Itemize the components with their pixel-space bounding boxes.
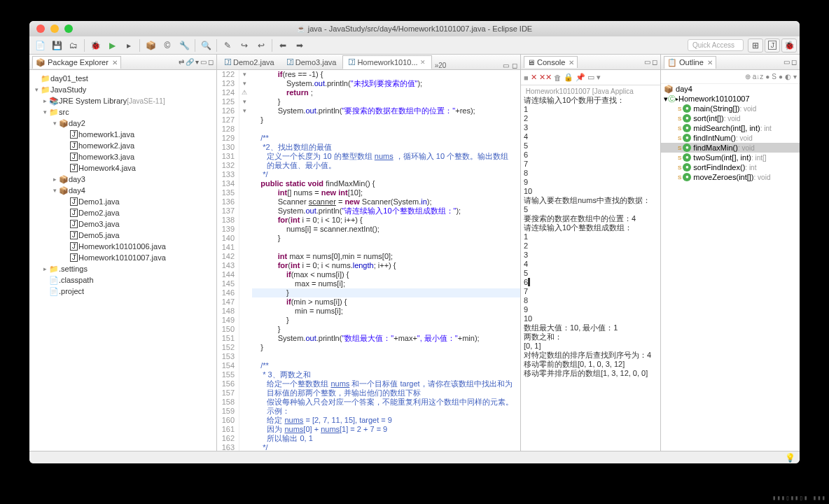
remove-launch-icon[interactable]: ✕	[531, 73, 537, 82]
open-console-icon[interactable]: ▾	[597, 73, 601, 82]
display-selected-icon[interactable]: ▭	[587, 73, 594, 82]
outline-method[interactable]: S●moveZeroes(int[]) : void	[661, 172, 800, 182]
tree-item[interactable]: ▸📁.settings	[29, 263, 216, 274]
tree-item[interactable]: ▸📚JRE System Library [JavaSE-11]	[29, 95, 216, 106]
tree-item[interactable]: ▾📁src	[29, 106, 216, 118]
terminate-icon[interactable]: ■	[524, 74, 529, 82]
outline-method[interactable]: S●main(String[]) : void	[661, 104, 800, 113]
outline-class[interactable]: ▾ Ⓒ▸ Homework10101007	[661, 94, 800, 104]
open-perspective-icon[interactable]: ⊞	[748, 38, 763, 52]
search-icon[interactable]: 🔍	[198, 38, 214, 52]
code-editor[interactable]: if(res == -1) { System.out.println("未找到要…	[249, 70, 520, 451]
collapse-all-icon[interactable]: ⇄	[179, 58, 184, 66]
close-icon[interactable]: ✕	[707, 59, 713, 66]
main-toolbar: 📄 💾 🗂 🐞 ▶ ▸ 📦 © 🔧 🔍 ✎ ↪ ↩ ⬅ ➡ Quick Acce…	[29, 36, 800, 55]
open-type-icon[interactable]: 🔧	[176, 38, 192, 52]
minimize-icon[interactable]: ▭	[644, 58, 650, 66]
outline-panel: 📋 Outline ✕ ▭ ◻ ⊕ a↓z ● S ● ◐ ▾ 📦 day4▾ …	[661, 55, 800, 451]
save-all-icon[interactable]: 🗂	[66, 38, 81, 52]
tree-item[interactable]: 🄹Homework10101006.java	[29, 241, 216, 252]
view-menu-icon[interactable]: ▾	[793, 73, 797, 80]
tree-item[interactable]: 📄.project	[29, 286, 216, 297]
save-icon[interactable]: 💾	[49, 38, 64, 52]
new-icon[interactable]: 📄	[32, 38, 48, 52]
minimize-icon[interactable]: ▭	[200, 58, 207, 66]
maximize-icon[interactable]: ◻	[652, 58, 657, 66]
focus-icon[interactable]: ⊕	[745, 73, 751, 80]
outline-package[interactable]: 📦 day4	[661, 84, 800, 94]
outline-method[interactable]: S●twoSum(int[], int) : int[]	[661, 153, 800, 162]
tree-item[interactable]: 🄹Homework10101007.java	[29, 252, 216, 263]
window-title: java - JavaStudy/src/day4/Homework101010…	[29, 24, 800, 33]
editor-tab[interactable]: Demo2.java	[218, 55, 281, 69]
statusbar: 💡	[29, 451, 800, 463]
clear-console-icon[interactable]: 🗑	[554, 74, 562, 82]
tree-item[interactable]: 🄹homework1.java	[29, 129, 216, 140]
console-tab[interactable]: 🖥 Console ✕	[524, 56, 578, 68]
tree-item[interactable]: ▾📁JavaStudy	[29, 84, 216, 95]
console-panel: 🖥 Console ✕ ▭ ◻ ■ ✕ ✕✕ 🗑 🔒 📌 ▭ ▾ Homewor…	[521, 55, 661, 451]
editor-tab[interactable]: Demo3.java	[281, 55, 343, 69]
package-explorer-panel: 📦 Package Explorer ✕ ⇄ 🔗 ▾ ▭ ◻ 📁day01_te…	[29, 55, 217, 451]
pin-console-icon[interactable]: 📌	[576, 73, 585, 82]
hide-nonpublic-icon[interactable]: ●	[779, 73, 783, 80]
back-icon[interactable]: ⬅	[275, 38, 291, 52]
java-perspective-icon[interactable]: 🄹	[765, 38, 780, 52]
sort-icon[interactable]: a↓z	[753, 73, 764, 80]
link-editor-icon[interactable]: 🔗	[186, 58, 194, 66]
tip-icon[interactable]: 💡	[785, 453, 795, 463]
tree-item[interactable]: 🄹Demo1.java	[29, 196, 216, 207]
watermark: ▮▮▮▯▮▮▯▮ ▮▮▮	[772, 494, 826, 501]
outline-method[interactable]: S●sort(int[]) : void	[661, 113, 800, 123]
outline-tab[interactable]: 📋 Outline ✕	[664, 56, 716, 69]
editor-tab[interactable]: Homework1010... ✕	[342, 55, 431, 69]
outline-method[interactable]: S●midSearch(int[], int) : int	[661, 123, 800, 133]
debug-perspective-icon[interactable]: 🐞	[781, 38, 797, 52]
hide-local-icon[interactable]: ◐	[785, 73, 791, 80]
quick-access-input[interactable]: Quick Access	[688, 39, 744, 51]
prev-annotation-icon[interactable]: ↩	[253, 38, 269, 52]
tree-item[interactable]: 📄.classpath	[29, 274, 216, 286]
minimize-icon[interactable]: ▭	[503, 62, 509, 69]
run-icon[interactable]: ▶	[104, 38, 120, 52]
new-class-icon[interactable]: ©	[160, 38, 175, 52]
tree-item[interactable]: ▸📦day3	[29, 174, 216, 185]
maximize-icon[interactable]: ◻	[512, 62, 517, 69]
tree-item[interactable]: 🄹homework3.java	[29, 151, 216, 162]
minimize-icon[interactable]: ▭	[783, 58, 790, 66]
more-tabs[interactable]: »20	[435, 62, 447, 69]
toggle-mark-icon[interactable]: ✎	[220, 38, 235, 52]
maximize-icon[interactable]: ◻	[791, 58, 797, 66]
tree-item[interactable]: ▾📦day4	[29, 185, 216, 196]
outline-method[interactable]: S●findMaxMin() : void	[661, 143, 800, 153]
debug-icon[interactable]: 🐞	[88, 38, 103, 52]
eclipse-window: java - JavaStudy/src/day4/Homework101010…	[29, 21, 800, 463]
forward-icon[interactable]: ➡	[292, 38, 307, 52]
tree-item[interactable]: 🄹Homework4.java	[29, 162, 216, 174]
editor-tabs: Demo2.javaDemo3.javaHomework1010... ✕»20…	[217, 55, 520, 70]
maximize-icon[interactable]: ◻	[208, 58, 214, 66]
outline-method[interactable]: S●sortFindIndex() : int	[661, 162, 800, 172]
new-package-icon[interactable]: 📦	[143, 38, 158, 52]
package-explorer-tab[interactable]: 📦 Package Explorer ✕	[32, 56, 121, 69]
tree-item[interactable]: 📁day01_test	[29, 73, 216, 84]
tree-item[interactable]: 🄹Demo5.java	[29, 230, 216, 241]
tree-item[interactable]: 🄹homework2.java	[29, 140, 216, 151]
tree-item[interactable]: 🄹Demo2.java	[29, 207, 216, 218]
close-icon[interactable]: ✕	[420, 59, 426, 66]
tree-item[interactable]: ▾📦day2	[29, 118, 216, 129]
close-icon[interactable]: ✕	[569, 59, 574, 66]
tree-item[interactable]: 🄹Demo3.java	[29, 218, 216, 230]
next-annotation-icon[interactable]: ↪	[237, 38, 252, 52]
remove-all-icon[interactable]: ✕✕	[539, 73, 552, 82]
run-last-icon[interactable]: ▸	[121, 38, 137, 52]
titlebar: java - JavaStudy/src/day4/Homework101010…	[29, 21, 800, 36]
close-icon[interactable]: ✕	[112, 59, 118, 66]
view-menu-icon[interactable]: ▾	[195, 58, 199, 66]
hide-static-icon[interactable]: S	[772, 73, 776, 80]
scroll-lock-icon[interactable]: 🔒	[564, 73, 573, 82]
hide-fields-icon[interactable]: ●	[765, 73, 769, 80]
outline-method[interactable]: S●findIntNum() : void	[661, 133, 800, 143]
editor-panel: Demo2.javaDemo3.javaHomework1010... ✕»20…	[217, 55, 521, 451]
